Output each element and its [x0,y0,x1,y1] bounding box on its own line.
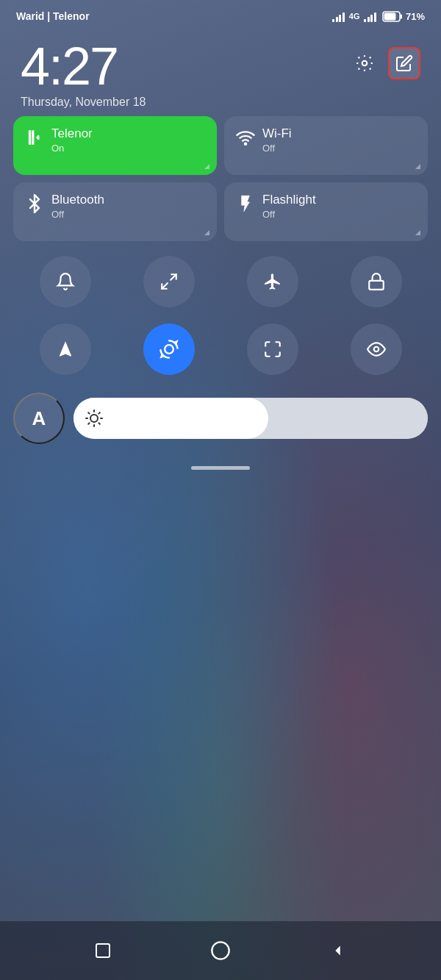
scroll-indicator [0,466,441,470]
svg-line-17 [88,423,89,423]
qs-tile-telenor[interactable]: Telenor On [13,116,217,175]
status-icons: 4G 71% [332,11,425,22]
eye-toggle[interactable] [351,323,402,375]
toggle-row-1 [0,250,441,313]
wifi-label: Wi-Fi [262,126,292,141]
telenor-tile-text: Telenor On [51,126,93,154]
fullscreen-toggle[interactable] [247,323,298,375]
svg-line-6 [162,283,168,289]
wifi-status: Off [262,143,292,154]
bell-toggle[interactable] [40,256,91,307]
toggle-row-2 [0,318,441,381]
clock-time: 4:27 [21,37,118,96]
svg-point-4 [245,143,246,145]
clock-date: Thursday, November 18 [21,96,146,109]
screenshot-toggle[interactable] [143,256,195,307]
status-bar: Warid | Telenor 4G [0,0,441,28]
battery-percent: 71% [406,11,425,22]
flashlight-tile-text: Flashlight Off [262,193,316,220]
svg-rect-2 [384,12,395,20]
svg-line-14 [98,423,99,423]
settings-button[interactable] [348,47,381,79]
nav-recents[interactable] [90,937,116,964]
svg-rect-19 [96,944,110,957]
qs-tile-flashlight[interactable]: Flashlight Off [224,182,428,241]
telenor-status: On [51,143,93,154]
airplane-toggle[interactable] [247,256,298,307]
wifi-tile-text: Wi-Fi Off [262,126,292,154]
telenor-icon [25,128,44,147]
svg-point-20 [212,942,229,959]
lock-toggle[interactable] [351,256,402,307]
svg-line-5 [171,274,176,280]
brightness-icon [85,409,103,427]
telenor-arrow [204,164,209,169]
bluetooth-icon [25,194,44,213]
quick-settings-grid: Telenor On Wi-Fi Off [0,116,441,241]
telenor-label: Telenor [51,126,93,141]
edit-button[interactable] [388,47,420,79]
wifi-arrow [415,164,420,169]
flashlight-icon [236,194,255,213]
battery-icon [382,11,403,22]
wifi-icon [236,128,255,147]
time-section: 4:27 Thursday, November 18 [0,28,441,116]
bluetooth-arrow [204,230,209,235]
svg-line-13 [88,412,89,413]
navigation-bar [0,921,441,980]
svg-rect-1 [400,14,402,18]
flashlight-label: Flashlight [262,193,316,207]
flashlight-arrow [415,230,420,235]
svg-line-18 [98,412,99,413]
carrier-text: Warid | Telenor [16,10,90,22]
qs-tile-bluetooth[interactable]: Bluetooth Off [13,182,217,241]
bluetooth-status: Off [51,209,104,220]
location-toggle[interactable] [40,323,91,375]
flashlight-status: Off [262,209,316,220]
nav-back[interactable] [325,937,351,964]
bottom-controls: A [0,385,441,451]
font-button[interactable]: A [13,393,65,444]
qs-tile-wifi[interactable]: Wi-Fi Off [224,116,428,175]
svg-point-10 [90,415,98,422]
scroll-bar [191,466,250,470]
svg-point-3 [362,61,368,66]
signal-icon-1 [332,11,345,22]
signal-icon-2 [364,11,376,22]
autorotate-toggle[interactable] [143,323,195,375]
bluetooth-label: Bluetooth [51,193,104,207]
svg-point-9 [373,347,379,352]
network-type: 4G [349,12,360,21]
time-controls [348,47,420,79]
nav-home[interactable] [207,937,234,964]
svg-point-8 [165,345,173,354]
bluetooth-tile-text: Bluetooth Off [51,193,104,220]
svg-rect-7 [369,281,384,290]
brightness-slider[interactable] [74,398,428,439]
